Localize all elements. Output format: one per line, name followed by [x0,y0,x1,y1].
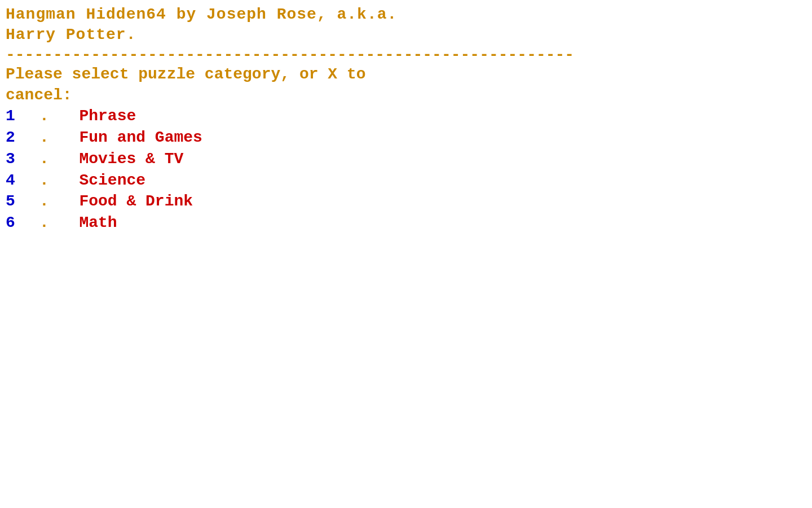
menu-item-5[interactable]: 5. Food & Drink [6,191,806,212]
menu-item-1[interactable]: 1. Phrase [6,106,806,127]
menu-label-4: Science [79,170,145,191]
category-menu: 1. Phrase2. Fun and Games3. Movies & TV4… [6,106,806,234]
menu-dot-3: . [39,148,68,170]
menu-label-6: Math [79,212,117,234]
menu-item-3[interactable]: 3. Movies & TV [6,148,806,170]
menu-dot-4: . [39,170,68,191]
menu-dot-2: . [39,127,68,148]
menu-label-3: Movies & TV [79,148,183,170]
menu-number-2: 2 [6,127,39,148]
menu-label-1: Phrase [79,106,136,127]
title-line2: Harry Potter. [6,25,806,45]
title-line1: Hangman Hidden64 by Joseph Rose, a.k.a. [6,5,806,25]
menu-label-5: Food & Drink [79,191,193,212]
menu-number-1: 1 [6,106,39,127]
menu-number-5: 5 [6,191,39,212]
prompt-line2: cancel: [6,85,806,106]
screen: Hangman Hidden64 by Joseph Rose, a.k.a. … [0,0,812,508]
prompt-line1: Please select puzzle category, or X to [6,64,806,85]
divider: ----------------------------------------… [6,46,806,65]
menu-dot-1: . [39,106,68,127]
menu-label-2: Fun and Games [79,127,202,148]
menu-item-2[interactable]: 2. Fun and Games [6,127,806,148]
menu-item-4[interactable]: 4. Science [6,170,806,191]
menu-item-6[interactable]: 6. Math [6,212,806,234]
menu-dot-5: . [39,191,68,212]
menu-number-3: 3 [6,148,39,170]
menu-dot-6: . [39,212,68,234]
menu-number-4: 4 [6,170,39,191]
menu-number-6: 6 [6,212,39,234]
